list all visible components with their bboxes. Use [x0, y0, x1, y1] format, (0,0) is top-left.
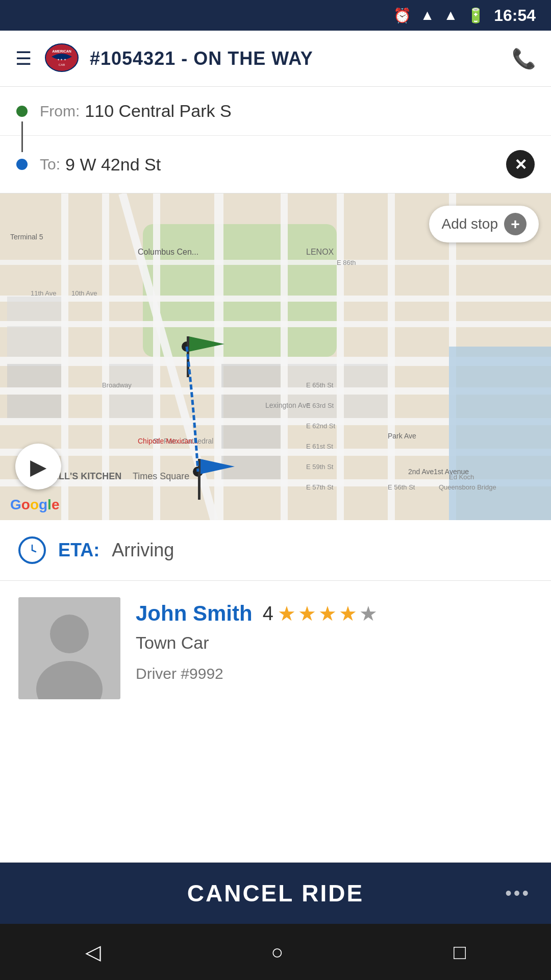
logo: AMERICAN ✦ ✦ ✦ CAB: [44, 42, 80, 75]
svg-text:Columbus Cen...: Columbus Cen...: [138, 248, 198, 256]
from-dot: [16, 106, 28, 117]
svg-rect-20: [388, 193, 395, 520]
svg-rect-37: [344, 395, 388, 418]
map-container[interactable]: HELL'S KITCHEN Times Square St. Patr...C…: [0, 193, 551, 520]
driver-number: Driver #9992: [136, 665, 533, 682]
svg-rect-25: [7, 326, 61, 357]
route-panel: From: 110 Central Park S To: 9 W 42nd St…: [0, 87, 551, 193]
svg-text:Lexington Ave: Lexington Ave: [265, 401, 310, 409]
add-stop-label: Add stop: [441, 216, 498, 232]
svg-text:LENOX: LENOX: [306, 248, 334, 256]
from-address: 110 Central Park S: [85, 101, 231, 121]
svg-text:E 62nd St: E 62nd St: [306, 422, 335, 430]
svg-text:2nd Ave: 2nd Ave: [408, 468, 434, 476]
svg-rect-26: [7, 364, 61, 387]
google-logo: Google: [10, 497, 59, 513]
cancel-label: CANCEL RIDE: [187, 879, 364, 907]
menu-icon[interactable]: ☰: [15, 48, 32, 69]
eta-section: ETA: Arriving: [0, 520, 551, 581]
driver-section: John Smith 4 ★ ★ ★ ★ ★ Town Car Driver #…: [0, 581, 551, 863]
recents-button[interactable]: □: [454, 941, 466, 964]
svg-text:Terminal 5: Terminal 5: [10, 233, 43, 241]
to-dot: [16, 159, 28, 170]
svg-line-70: [32, 550, 36, 552]
svg-text:AMERICAN: AMERICAN: [52, 50, 71, 53]
alarm-icon: ⏰: [393, 7, 411, 24]
cancel-ride-button[interactable]: CANCEL RIDE •••: [0, 863, 551, 924]
svg-rect-24: [7, 297, 61, 321]
eta-label: ETA:: [58, 540, 99, 561]
driver-name-row: John Smith 4 ★ ★ ★ ★ ★: [136, 601, 533, 626]
trip-status: #1054321 - ON THE WAY: [90, 48, 512, 69]
svg-text:Ed Koch: Ed Koch: [449, 473, 474, 481]
battery-icon: 🔋: [467, 7, 485, 24]
star-rating: ★ ★ ★ ★ ★: [278, 602, 378, 625]
to-label: To:: [40, 156, 60, 173]
svg-rect-5: [143, 224, 337, 357]
status-bar: ⏰ ▲ ▲ 🔋 16:54: [0, 0, 551, 31]
driver-rating: 4 ★ ★ ★ ★ ★: [263, 602, 378, 625]
clear-destination-button[interactable]: ✕: [506, 150, 535, 179]
svg-rect-12: [0, 321, 551, 327]
svg-rect-30: [221, 364, 281, 387]
clock-icon: [18, 536, 46, 564]
driver-photo: [18, 597, 120, 699]
svg-text:E 86th: E 86th: [337, 259, 356, 266]
svg-text:CAB: CAB: [59, 63, 65, 66]
svg-rect-35: [344, 364, 388, 387]
svg-text:Park Ave: Park Ave: [388, 432, 416, 440]
svg-text:✦ ✦ ✦: ✦ ✦ ✦: [57, 58, 66, 61]
star-3: ★: [318, 602, 337, 625]
from-row: From: 110 Central Park S: [0, 87, 551, 136]
driver-name: John Smith: [136, 601, 253, 626]
svg-text:Broadway: Broadway: [102, 381, 132, 389]
svg-text:E 65th St: E 65th St: [306, 381, 334, 389]
location-button[interactable]: ▶: [15, 444, 61, 489]
more-options-icon[interactable]: •••: [505, 883, 531, 904]
header: ☰ AMERICAN ✦ ✦ ✦ CAB #1054321 - ON THE W…: [0, 31, 551, 87]
svg-text:E 56th St: E 56th St: [388, 483, 415, 491]
status-time: 16:54: [494, 6, 536, 25]
svg-rect-27: [7, 395, 61, 418]
svg-text:E 57th St: E 57th St: [306, 483, 334, 491]
star-5: ★: [359, 602, 378, 625]
wifi-icon: ▲: [420, 7, 435, 23]
svg-rect-33: [221, 456, 281, 479]
star-2: ★: [298, 602, 316, 625]
svg-text:E 59th St: E 59th St: [306, 463, 334, 471]
compass-icon: ▶: [30, 454, 46, 479]
back-button[interactable]: ◁: [85, 940, 101, 964]
svg-rect-18: [281, 193, 288, 520]
driver-info: John Smith 4 ★ ★ ★ ★ ★ Town Car Driver #…: [136, 597, 533, 682]
signal-icon: ▲: [443, 7, 458, 23]
driver-vehicle: Town Car: [136, 633, 533, 653]
rating-number: 4: [263, 603, 273, 625]
home-button[interactable]: ○: [271, 941, 283, 964]
to-address: 9 W 42nd St: [65, 155, 161, 175]
svg-text:Queensboro Bridge: Queensboro Bridge: [439, 483, 496, 491]
star-4: ★: [339, 602, 357, 625]
svg-text:Chipotle Mexican...: Chipotle Mexican...: [138, 437, 198, 445]
nav-bar: ◁ ○ □: [0, 924, 551, 980]
star-1: ★: [278, 602, 296, 625]
svg-point-72: [50, 615, 89, 653]
add-stop-icon: +: [504, 213, 527, 235]
add-stop-button[interactable]: Add stop +: [429, 206, 539, 242]
svg-rect-29: [109, 395, 153, 418]
svg-rect-13: [0, 260, 551, 265]
svg-rect-19: [337, 193, 344, 520]
eta-value: Arriving: [112, 540, 174, 561]
to-row: To: 9 W 42nd St ✕: [0, 136, 551, 193]
svg-text:10th Ave: 10th Ave: [71, 289, 97, 297]
phone-icon[interactable]: 📞: [512, 47, 536, 70]
svg-text:E 63rd St: E 63rd St: [306, 402, 334, 409]
from-label: From:: [40, 103, 80, 120]
svg-rect-23: [449, 347, 551, 520]
svg-text:Times Square: Times Square: [133, 471, 189, 481]
svg-text:11th Ave: 11th Ave: [31, 289, 56, 297]
svg-text:E 61st St: E 61st St: [306, 443, 333, 450]
svg-rect-32: [221, 425, 281, 449]
